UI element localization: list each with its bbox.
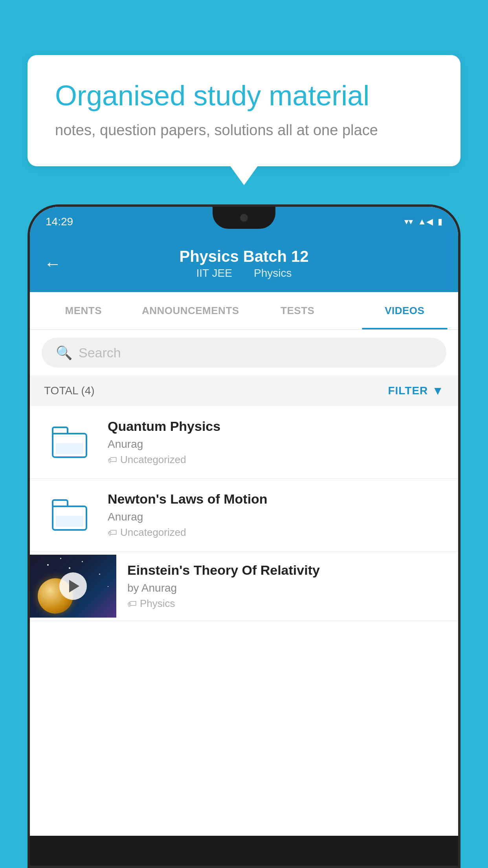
video-info: Einstein's Theory Of Relativity by Anura… [116, 552, 458, 621]
search-bar[interactable]: 🔍 Search [42, 338, 446, 368]
camera-dot [240, 214, 248, 222]
video-author: Anurag [108, 511, 444, 523]
filter-icon: ▼ [432, 384, 444, 397]
folder-icon [52, 427, 87, 458]
video-author: Anurag [108, 438, 444, 451]
search-icon: 🔍 [56, 345, 72, 360]
filter-row: TOTAL (4) FILTER ▼ [30, 375, 458, 406]
bubble-title: Organised study material [55, 79, 433, 112]
play-button[interactable] [59, 572, 87, 600]
total-label: TOTAL (4) [44, 384, 95, 397]
status-icons: ▾▾ ▲◀ ▮ [404, 217, 442, 227]
video-thumbnail-placeholder [44, 423, 95, 462]
subtitle-physics: Physics [254, 267, 292, 279]
video-author: by Anurag [127, 582, 447, 594]
video-info: Quantum Physics Anurag 🏷 Uncategorized [108, 419, 444, 466]
play-icon [69, 580, 79, 592]
list-item[interactable]: Newton's Laws of Motion Anurag 🏷 Uncateg… [30, 479, 458, 552]
tag-label: Uncategorized [120, 526, 186, 539]
batch-subtitle: IIT JEE Physics [179, 267, 308, 280]
video-title: Newton's Laws of Motion [108, 491, 444, 507]
tag-label: Uncategorized [120, 454, 186, 466]
status-bar: 14:29 ▾▾ ▲◀ ▮ [30, 207, 458, 237]
filter-button[interactable]: FILTER ▼ [388, 384, 444, 397]
batch-title: Physics Batch 12 [179, 248, 308, 265]
video-info: Newton's Laws of Motion Anurag 🏷 Uncateg… [108, 491, 444, 539]
folder-icon [52, 499, 87, 531]
header-title: Physics Batch 12 IIT JEE Physics [179, 248, 308, 280]
battery-icon: ▮ [438, 217, 442, 227]
tag-icon: 🏷 [127, 598, 137, 609]
notch [213, 207, 275, 229]
search-input[interactable]: Search [79, 345, 121, 360]
video-thumbnail-placeholder [44, 495, 95, 535]
subtitle-iit: IIT JEE [196, 267, 232, 279]
tab-announcements[interactable]: ANNOUNCEMENTS [137, 292, 244, 329]
wifi-icon: ▾▾ [404, 217, 413, 227]
phone-frame: 14:29 ▾▾ ▲◀ ▮ ← Physics Batch 12 IIT JEE… [28, 204, 460, 868]
bubble-subtitle: notes, question papers, solutions all at… [55, 122, 433, 139]
search-wrapper: 🔍 Search [30, 330, 458, 375]
status-time: 14:29 [46, 215, 73, 228]
speech-bubble-card: Organised study material notes, question… [28, 55, 460, 166]
app-header: ← Physics Batch 12 IIT JEE Physics [30, 237, 458, 292]
tab-videos[interactable]: VIDEOS [351, 292, 459, 329]
signal-icon: ▲◀ [418, 217, 433, 227]
list-item[interactable]: Einstein's Theory Of Relativity by Anura… [30, 552, 458, 621]
video-thumbnail [30, 555, 116, 618]
video-tag: 🏷 Uncategorized [108, 526, 444, 539]
speech-bubble: Organised study material notes, question… [28, 55, 460, 166]
video-title: Quantum Physics [108, 419, 444, 434]
tab-ments[interactable]: MENTS [30, 292, 137, 329]
phone-inner: 14:29 ▾▾ ▲◀ ▮ ← Physics Batch 12 IIT JEE… [30, 207, 458, 836]
tag-icon: 🏷 [108, 527, 117, 538]
list-item[interactable]: Quantum Physics Anurag 🏷 Uncategorized [30, 406, 458, 479]
tag-label: Physics [140, 598, 175, 610]
video-title: Einstein's Theory Of Relativity [127, 563, 447, 578]
tabs-bar: MENTS ANNOUNCEMENTS TESTS VIDEOS [30, 292, 458, 330]
video-tag: 🏷 Physics [127, 598, 447, 610]
filter-label: FILTER [388, 384, 428, 397]
tab-tests[interactable]: TESTS [244, 292, 351, 329]
video-tag: 🏷 Uncategorized [108, 454, 444, 466]
tag-icon: 🏷 [108, 454, 117, 465]
back-button[interactable]: ← [44, 255, 61, 272]
video-list: Quantum Physics Anurag 🏷 Uncategorized [30, 406, 458, 621]
